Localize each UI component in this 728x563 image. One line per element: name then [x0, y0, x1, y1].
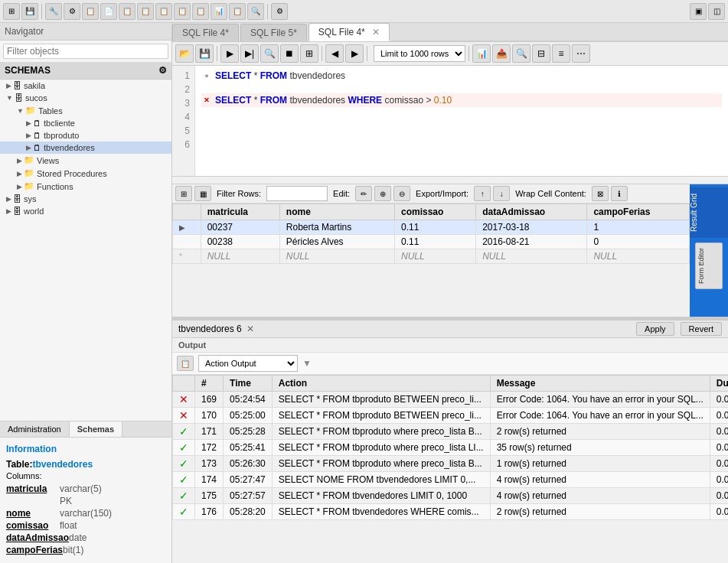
toolbar-icon-5[interactable]: 📋 — [82, 3, 99, 20]
col-header-dataadmissao[interactable]: dataAdmissao — [476, 204, 587, 220]
toolbar-icon-9[interactable]: 📋 — [155, 3, 172, 20]
toolbar-icon-15[interactable]: ⚙ — [271, 3, 288, 20]
output-table-row[interactable]: ✓ 174 05:27:47 SELECT NOME FROM tbvended… — [173, 472, 729, 488]
toolbar-icon-11[interactable]: 📋 — [192, 3, 209, 20]
filter-rows-input[interactable] — [266, 186, 328, 201]
export-btn-res[interactable]: ↑ — [474, 186, 491, 201]
output-table-wrapper[interactable]: # Time Action Message Duration / Fetch ✕… — [172, 375, 728, 563]
output-table-row[interactable]: ✓ 175 05:27:57 SELECT * FROM tbvendedore… — [173, 488, 729, 504]
output-table-row[interactable]: ✕ 170 05:25:00 SELECT * FROM tbproduto B… — [173, 408, 729, 424]
tree-item-tbproduto[interactable]: ▶ 🗒 tbproduto — [0, 129, 171, 142]
out-col-num[interactable]: # — [195, 376, 224, 392]
sql-tab-4a[interactable]: SQL File 4* — [172, 24, 239, 41]
output-table-row[interactable]: ✓ 173 05:26:30 SELECT * FROM tbproduto w… — [173, 456, 729, 472]
stop-btn[interactable]: ⏹ — [280, 44, 299, 63]
tree-item-views[interactable]: ▶ 📁 Views — [0, 154, 171, 167]
table-row-new[interactable]: * NULL NULL NULL NULL NULL — [173, 249, 690, 264]
fwd-btn[interactable]: ▶ — [345, 44, 364, 63]
tab-schemas[interactable]: Schemas — [70, 421, 122, 437]
schemas-icon[interactable]: ⚙ — [158, 65, 167, 76]
toolbar-icon-1[interactable]: ⊞ — [3, 3, 20, 20]
sql-tab-5[interactable]: SQL File 5* — [240, 24, 307, 41]
col-header-matricula[interactable]: matricula — [201, 204, 279, 220]
tree-item-tbvendedores[interactable]: ▶ 🗒 tbvendedores — [0, 142, 171, 154]
tree-item-stored-procedures[interactable]: ▶ 📁 Stored Procedures — [0, 167, 171, 180]
nav-filter-input[interactable] — [3, 44, 168, 59]
sql-tab-4b[interactable]: SQL File 4* ✕ — [309, 23, 390, 41]
action-output-select[interactable]: Action Output — [198, 355, 298, 372]
code-editor-scrollbar[interactable] — [172, 177, 728, 184]
query-stats-btn[interactable]: 📊 — [472, 44, 491, 63]
wrap-btn[interactable]: ⊠ — [592, 186, 609, 201]
table-row[interactable]: 00238 Péricles Alves 0.11 2016-08-21 0 — [173, 235, 690, 249]
result-table-wrapper[interactable]: matricula nome comissao dataAdmissao cam… — [172, 203, 690, 317]
info-btn[interactable]: ℹ — [611, 186, 628, 201]
chevron-down-icon-tables: ▼ — [17, 107, 24, 115]
toggle-btn[interactable]: ⊞ — [300, 44, 318, 63]
table-form-btn[interactable]: ▦ — [194, 186, 211, 201]
result-grid-sidebar-label[interactable]: Result Grid — [690, 187, 728, 238]
tree-item-functions[interactable]: ▶ 📁 Functions — [0, 180, 171, 193]
col-header-nome[interactable]: nome — [279, 204, 394, 220]
toolbar-icon-10[interactable]: 📋 — [174, 3, 191, 20]
save-file-btn[interactable]: 💾 — [195, 44, 214, 63]
tree-item-sys[interactable]: ▶ 🗄 sys — [0, 193, 171, 205]
toolbar-icon-3[interactable]: 🔧 — [45, 3, 62, 20]
close-table-tab-btn[interactable]: ✕ — [246, 324, 254, 334]
out-col-duration[interactable]: Duration / Fetch — [710, 376, 728, 392]
row-duration: 0.000 sec — [710, 392, 728, 408]
copy-row-btn[interactable]: ⊕ — [374, 186, 391, 201]
import-btn-res[interactable]: ↓ — [493, 186, 510, 201]
tree-item-world[interactable]: ▶ 🗄 world — [0, 205, 171, 217]
output-table-row[interactable]: ✓ 176 05:28:20 SELECT * FROM tbvendedore… — [173, 504, 729, 520]
tree-item-tbcliente[interactable]: ▶ 🗒 tbcliente — [0, 117, 171, 129]
out-col-message[interactable]: Message — [490, 376, 710, 392]
toolbar-icon-4[interactable]: ⚙ — [64, 3, 80, 20]
output-table-row[interactable]: ✓ 172 05:25:41 SELECT * FROM tbproduto w… — [173, 440, 729, 456]
open-file-btn[interactable]: 📂 — [175, 44, 194, 63]
cols-btn[interactable]: ⊟ — [532, 44, 550, 63]
line-empty-icon — [201, 83, 212, 93]
toolbar-icon-12[interactable]: 📊 — [211, 3, 227, 20]
close-icon-tab[interactable]: ✕ — [372, 27, 380, 37]
toolbar-icon-layout2[interactable]: ◫ — [708, 3, 725, 20]
toolbar-icon-7[interactable]: 📋 — [119, 3, 135, 20]
tree-item-tables[interactable]: ▼ 📁 Tables — [0, 104, 171, 117]
tree-item-sakila[interactable]: ▶ 🗄 sakila — [0, 80, 171, 92]
more-btn[interactable]: ⋯ — [572, 44, 590, 63]
explain-btn[interactable]: 🔍 — [260, 44, 279, 63]
code-content[interactable]: ● SELECT * FROM tbvendedores ✕ SELECT — [195, 66, 728, 176]
table-row[interactable]: ▶ 00237 Roberta Martins 0.11 2017-03-18 … — [173, 220, 690, 235]
output-table-row[interactable]: ✓ 171 05:25:28 SELECT * FROM tbproduto w… — [173, 424, 729, 440]
tab-administration[interactable]: Administration — [0, 421, 70, 437]
output-table-row[interactable]: ✕ 169 05:24:54 SELECT * FROM tbproduto B… — [173, 392, 729, 408]
run-btn[interactable]: ▶ — [220, 44, 239, 63]
limit-rows-select[interactable]: Limit to 1000 rows — [374, 45, 465, 62]
tree-item-sucos[interactable]: ▼ 🗄 sucos — [0, 92, 171, 104]
form-editor-btn[interactable]: Form Editor — [695, 242, 723, 289]
toolbar-icon-2[interactable]: 💾 — [21, 3, 38, 20]
format-btn[interactable]: ≡ — [552, 44, 570, 63]
toolbar-icon-layout1[interactable]: ▣ — [690, 3, 707, 20]
edit-btn[interactable]: ✏ — [355, 186, 372, 201]
toolbar-icon-8[interactable]: 📋 — [137, 3, 154, 20]
back-btn[interactable]: ◀ — [325, 44, 344, 63]
export-btn[interactable]: 📤 — [492, 44, 511, 63]
apply-button[interactable]: Apply — [636, 322, 674, 336]
col-header-comissao[interactable]: comissao — [395, 204, 476, 220]
toolbar-icon-14[interactable]: 🔍 — [247, 3, 264, 20]
result-grid-btn[interactable]: ⊞ — [175, 186, 192, 201]
run-selected-btn[interactable]: ▶| — [240, 44, 259, 63]
find-btn[interactable]: 🔍 — [512, 44, 530, 63]
toolbar-icon-6[interactable]: 📄 — [100, 3, 117, 20]
col-header-campoferias[interactable]: campoFerias — [587, 204, 690, 220]
revert-button[interactable]: Revert — [681, 322, 722, 336]
chevron-right-icon-sys: ▶ — [6, 195, 11, 203]
out-col-time[interactable]: Time — [224, 376, 273, 392]
code-editor[interactable]: 1 2 3 4 5 6 ● SELECT * FROM tbvendedores — [172, 66, 728, 177]
row-status: ✓ — [173, 472, 195, 488]
out-col-action[interactable]: Action — [272, 376, 490, 392]
row-message: 4 row(s) returned — [490, 472, 710, 488]
del-row-btn[interactable]: ⊖ — [393, 186, 410, 201]
toolbar-icon-13[interactable]: 📋 — [229, 3, 246, 20]
